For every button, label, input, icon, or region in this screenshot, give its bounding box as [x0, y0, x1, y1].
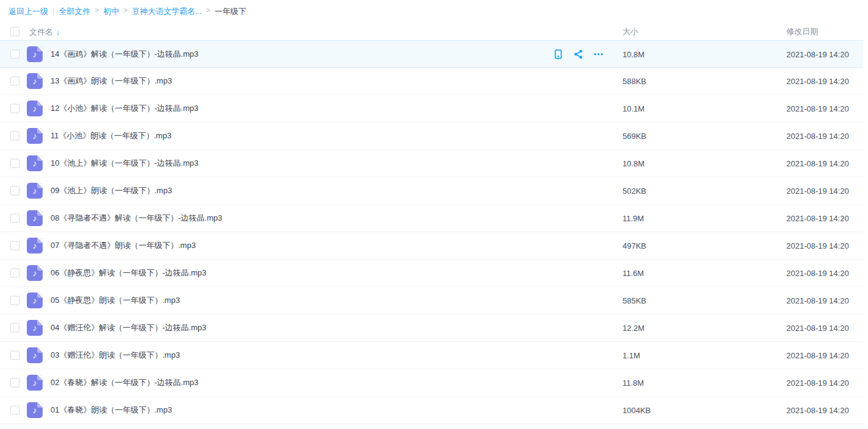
file-size: 497KB	[623, 241, 646, 250]
row-checkbox[interactable]	[10, 378, 19, 388]
file-date: 2021-08-19 14:20	[786, 159, 849, 168]
table-row[interactable]: ♪ 07《寻隐者不遇》朗读（一年级下）.mp3 497KB 2021-08-19…	[0, 232, 863, 260]
file-name[interactable]: 14《画鸡》解读（一年级下）-边筱晶.mp3	[51, 49, 546, 60]
table-row[interactable]: ♪ 06《静夜思》解读（一年级下）-边筱晶.mp3 11.6M 2021-08-…	[0, 260, 863, 287]
audio-file-icon: ♪	[27, 73, 43, 89]
file-date: 2021-08-19 14:20	[786, 324, 849, 333]
breadcrumb-link-course[interactable]: 豆神大语文学霸名...	[132, 6, 202, 17]
table-row[interactable]: ♪ 13《画鸡》朗读（一年级下）.mp3 588KB 2021-08-19 14…	[0, 68, 863, 95]
file-date: 2021-08-19 14:20	[786, 104, 849, 113]
table-row[interactable]: ♪ 10《池上》解读（一年级下）-边筱晶.mp3 10.8M 2021-08-1…	[0, 150, 863, 177]
file-name[interactable]: 08《寻隐者不遇》解读（一年级下）-边筱晶.mp3	[51, 213, 546, 224]
row-checkbox[interactable]	[10, 351, 19, 360]
music-note-glyph: ♪	[27, 292, 43, 308]
table-row[interactable]: ♪ 03《赠汪伦》朗读（一年级下）.mp3 1.1M 2021-08-19 14…	[0, 342, 863, 369]
audio-file-icon: ♪	[27, 292, 43, 308]
share-button[interactable]	[573, 49, 584, 59]
row-checkbox[interactable]	[10, 77, 19, 86]
audio-file-icon: ♪	[27, 347, 43, 363]
table-row[interactable]: ♪ 14《画鸡》解读（一年级下）-边筱晶.mp3	[0, 40, 863, 68]
file-name[interactable]: 01《春晓》朗读（一年级下）.mp3	[51, 405, 546, 416]
audio-file-icon: ♪	[27, 183, 43, 199]
audio-file-icon: ♪	[27, 46, 43, 62]
audio-file-icon: ♪	[27, 375, 43, 391]
music-note-glyph: ♪	[27, 210, 43, 226]
audio-file-icon: ♪	[27, 402, 43, 418]
music-note-glyph: ♪	[27, 183, 43, 199]
breadcrumb-back-link[interactable]: 返回上一级	[9, 6, 48, 17]
file-date: 2021-08-19 14:20	[786, 77, 849, 86]
file-size: 11.9M	[623, 214, 644, 223]
file-date: 2021-08-19 14:20	[786, 132, 849, 141]
table-row[interactable]: ♪ 09《池上》朗读（一年级下）.mp3 502KB 2021-08-19 14…	[0, 177, 863, 205]
file-size: 1004KB	[623, 406, 651, 415]
music-note-glyph: ♪	[27, 101, 43, 116]
row-checkbox[interactable]	[10, 241, 19, 250]
breadcrumb-link-junior[interactable]: 初中	[103, 6, 119, 17]
audio-file-icon: ♪	[27, 101, 43, 116]
music-note-glyph: ♪	[27, 238, 43, 254]
row-checkbox[interactable]	[10, 132, 19, 141]
column-header-date: 修改日期	[786, 26, 818, 37]
table-header: 文件名↓ 大小 修改日期	[0, 22, 868, 41]
file-name[interactable]: 06《静夜思》解读（一年级下）-边筱晶.mp3	[51, 268, 546, 278]
table-row[interactable]: ♪ 08《寻隐者不遇》解读（一年级下）-边筱晶.mp3 11.9M 2021-0…	[0, 205, 863, 232]
table-row[interactable]: ♪ 01《春晓》朗读（一年级下）.mp3 1004KB 2021-08-19 1…	[0, 397, 863, 424]
breadcrumb-separator: >	[94, 6, 99, 15]
file-size: 11.6M	[623, 269, 644, 278]
more-actions-button[interactable]	[593, 49, 604, 59]
file-date: 2021-08-19 14:20	[786, 186, 849, 196]
file-size: 569KB	[623, 132, 646, 141]
file-name[interactable]: 11《小池》朗读（一年级下）.mp3	[51, 130, 546, 141]
music-note-glyph: ♪	[27, 347, 43, 363]
breadcrumb-link-all-files[interactable]: 全部文件	[58, 6, 90, 17]
row-checkbox[interactable]	[10, 186, 19, 196]
file-date: 2021-08-19 14:20	[786, 378, 849, 388]
column-header-filename[interactable]: 文件名↓	[29, 26, 60, 37]
table-row[interactable]: ♪ 12《小池》解读（一年级下）-边筱晶.mp3 10.1M 2021-08-1…	[0, 95, 863, 122]
table-row[interactable]: ♪ 05《静夜思》朗读（一年级下）.mp3 585KB 2021-08-19 1…	[0, 287, 863, 314]
file-size: 10.8M	[623, 159, 644, 168]
select-all-checkbox[interactable]	[10, 27, 19, 36]
breadcrumb: 返回上一级 | 全部文件 > 初中 > 豆神大语文学霸名... > 一年级下	[0, 0, 868, 22]
audio-file-icon: ♪	[27, 155, 43, 171]
table-row[interactable]: ♪ 02《春晓》解读（一年级下）-边筱晶.mp3 11.8M 2021-08-1…	[0, 369, 863, 397]
column-header-size: 大小	[623, 26, 638, 37]
breadcrumb-separator: >	[123, 6, 127, 15]
file-date: 2021-08-19 14:20	[786, 214, 849, 223]
row-checkbox[interactable]	[10, 406, 19, 415]
row-checkbox[interactable]	[10, 296, 19, 305]
file-name[interactable]: 03《赠汪伦》朗读（一年级下）.mp3	[51, 350, 546, 361]
audio-file-icon: ♪	[27, 210, 43, 226]
music-note-glyph: ♪	[27, 155, 43, 171]
file-size: 11.8M	[623, 378, 644, 388]
table-row[interactable]: ♪ 04《赠汪伦》解读（一年级下）-边筱晶.mp3 12.2M 2021-08-…	[0, 314, 863, 342]
file-name[interactable]: 09《池上》朗读（一年级下）.mp3	[51, 185, 546, 196]
file-name[interactable]: 05《静夜思》朗读（一年级下）.mp3	[51, 295, 546, 306]
row-checkbox[interactable]	[10, 324, 19, 333]
save-to-device-icon	[553, 49, 563, 59]
audio-file-icon: ♪	[27, 265, 43, 281]
row-checkbox[interactable]	[10, 159, 19, 168]
file-name[interactable]: 07《寻隐者不遇》朗读（一年级下）.mp3	[51, 240, 546, 251]
music-note-glyph: ♪	[27, 320, 43, 336]
row-checkbox[interactable]	[10, 214, 19, 223]
file-name[interactable]: 02《春晓》解读（一年级下）-边筱晶.mp3	[51, 377, 546, 388]
save-to-device-button[interactable]	[553, 49, 563, 59]
column-header-filename-label: 文件名	[29, 27, 53, 36]
file-date: 2021-08-19 14:20	[786, 269, 849, 278]
sort-descending-icon[interactable]: ↓	[56, 27, 60, 36]
file-name[interactable]: 10《池上》解读（一年级下）-边筱晶.mp3	[51, 158, 546, 169]
audio-file-icon: ♪	[27, 128, 43, 144]
row-checkbox[interactable]	[10, 269, 19, 278]
file-name[interactable]: 04《赠汪伦》解读（一年级下）-边筱晶.mp3	[51, 322, 546, 333]
file-date: 2021-08-19 14:20	[786, 241, 849, 250]
row-actions	[553, 49, 604, 59]
music-note-glyph: ♪	[27, 265, 43, 281]
file-name[interactable]: 12《小池》解读（一年级下）-边筱晶.mp3	[51, 103, 546, 114]
table-row[interactable]: ♪ 11《小池》朗读（一年级下）.mp3 569KB 2021-08-19 14…	[0, 122, 863, 150]
row-checkbox[interactable]	[10, 49, 19, 58]
music-note-glyph: ♪	[27, 128, 43, 144]
file-name[interactable]: 13《画鸡》朗读（一年级下）.mp3	[51, 76, 546, 87]
row-checkbox[interactable]	[10, 104, 19, 113]
